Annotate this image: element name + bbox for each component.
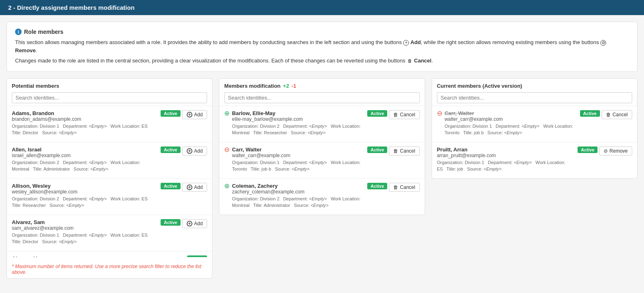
member-email: walter_carr@example.com	[445, 116, 577, 122]
remove-indicator-icon: ⊖	[224, 146, 229, 153]
current-members-list: ⊖ Carr, Walter walter_carr@example.com O…	[432, 106, 637, 178]
status-badge: Active	[578, 146, 598, 153]
add-button[interactable]: + Add	[182, 219, 207, 228]
member-actions: Active + Add	[161, 183, 207, 192]
member-actions: Active 🗑 Cancel	[580, 110, 632, 119]
potential-members-title: Potential members	[12, 83, 207, 89]
plus-icon: +	[187, 184, 192, 190]
plus-icon: +	[187, 221, 192, 226]
member-email: sam_alvarez@example.com	[12, 225, 157, 231]
status-badge: Active	[367, 183, 387, 189]
page-title: 2 - Directly assigned members modificati…	[8, 4, 135, 11]
members-modification-search[interactable]	[224, 92, 419, 103]
member-details: Organization: Division 1 Department: <Em…	[437, 159, 575, 173]
potential-members-panel: Potential members Adams, Brandon brandon…	[7, 78, 212, 279]
member-actions: Active 🗑 Cancel	[367, 183, 419, 192]
status-badge: Active	[367, 146, 387, 153]
member-actions: Active ⊘ Remove	[578, 146, 632, 155]
trash-icon: 🗑	[393, 184, 398, 190]
trash-icon: 🗑	[393, 148, 398, 154]
info-para-1: This section allows managing members ass…	[15, 38, 629, 54]
member-details: Organization: Division 2 Department: <Em…	[12, 159, 157, 173]
member-details: Organization: Division 2 Department: <Em…	[232, 123, 364, 136]
member-details: Organization: Division 1 Department: <Em…	[232, 159, 364, 173]
add-button[interactable]: + Add	[182, 110, 207, 119]
remove-indicator-icon: ⊖	[437, 110, 442, 117]
member-actions: Active + Add	[161, 146, 207, 155]
member-actions: Active + Add	[161, 219, 207, 228]
status-badge: Active	[367, 110, 387, 117]
remove-button[interactable]: ⊘ Remove	[599, 146, 632, 155]
add-button[interactable]: + Add	[182, 146, 207, 155]
cancel-button[interactable]: 🗑 Cancel	[389, 183, 419, 192]
error-text: * Maximum number of items returned. Use …	[7, 260, 212, 278]
list-item: ⊖ Carr, Walter walter_carr@example.com O…	[432, 106, 637, 142]
cancel-button[interactable]: 🗑 Cancel	[389, 110, 419, 119]
member-email: zachery_coleman@example.com	[232, 189, 364, 195]
add-button[interactable]: + Add	[182, 183, 207, 192]
list-item: ⊖ Carr, Walter walter_carr@example.com O…	[219, 142, 424, 179]
status-badge: Active	[187, 255, 207, 257]
page-header: 2 - Directly assigned members modificati…	[0, 0, 644, 15]
add-indicator-icon: ⊕	[224, 110, 229, 117]
plus-icon: +	[187, 112, 192, 118]
member-details: Organization: Division 1 Department: <Em…	[12, 232, 157, 245]
members-modification-title: Members modification +2 -1	[224, 83, 419, 89]
info-icon: i	[15, 29, 22, 35]
list-item: Allen, Israel israel_allen@example.com O…	[7, 142, 212, 179]
remove-inline-icon: ⊘	[600, 40, 606, 46]
member-email: wesley_allison@example.com	[12, 189, 157, 195]
members-modification-header: Members modification +2 -1	[219, 79, 424, 106]
member-name: Alvarez, Vernon	[12, 255, 52, 257]
info-box-title: i Role members	[15, 29, 629, 35]
members-modification-list: ⊕ Barlow, Ellie-May ellie-may_barlow@exa…	[219, 106, 424, 215]
add-inline-icon: +	[403, 40, 409, 46]
status-badge: Active	[161, 146, 181, 153]
list-item: Alvarez, Sam sam_alvarez@example.com Org…	[7, 215, 212, 251]
member-name: Carr, Walter	[232, 146, 364, 153]
member-name: Pruitt, Arran	[437, 146, 575, 153]
list-item: Adams, Brandon brandon_adams@example.com…	[7, 106, 212, 142]
member-details: Organization: Division 2 Department: <Em…	[12, 195, 157, 209]
members-modification-panel: Members modification +2 -1 ⊕ Barlow, Ell…	[219, 78, 425, 215]
member-actions: Active	[187, 255, 207, 257]
current-members-search[interactable]	[437, 92, 632, 103]
trash-icon: 🗑	[606, 112, 611, 118]
status-badge: Active	[161, 219, 181, 226]
add-indicator-icon: ⊕	[224, 183, 229, 189]
potential-members-header: Potential members	[7, 79, 212, 106]
member-name: Coleman, Zachery	[232, 183, 364, 189]
status-badge: Active	[580, 110, 600, 117]
member-details: Organization: Division 1 Department: <Em…	[445, 123, 577, 136]
member-name: Allen, Israel	[12, 146, 157, 153]
cancel-inline-icon: 🗑	[407, 58, 412, 64]
member-actions: Active 🗑 Cancel	[367, 146, 419, 155]
current-members-header: Current members (Active version)	[432, 79, 637, 106]
member-name: Barlow, Ellie-May	[232, 110, 364, 116]
member-email: ellie-may_barlow@example.com	[232, 116, 364, 122]
member-email: arran_pruitt@example.com	[437, 153, 575, 158]
member-actions: Active + Add	[161, 110, 207, 119]
current-members-panel: Current members (Active version) ⊖ Carr,…	[432, 78, 637, 179]
member-email: brandon_adams@example.com	[12, 116, 157, 122]
potential-members-list: Adams, Brandon brandon_adams@example.com…	[7, 106, 212, 257]
member-name: Allison, Wesley	[12, 183, 157, 189]
info-para-2: Changes made to the role are listed in t…	[15, 57, 629, 65]
member-email: walter_carr@example.com	[232, 153, 364, 158]
potential-members-search[interactable]	[12, 92, 207, 103]
member-name: Alvarez, Sam	[12, 219, 157, 225]
member-details: Organization: Division 2 Department: <Em…	[232, 195, 364, 209]
cancel-button[interactable]: 🗑 Cancel	[602, 110, 632, 119]
member-email: israel_allen@example.com	[12, 153, 157, 158]
list-item: ⊕ Coleman, Zachery zachery_coleman@examp…	[219, 179, 424, 215]
member-actions: Active 🗑 Cancel	[367, 110, 419, 119]
trash-icon: 🗑	[393, 112, 398, 118]
member-name: Adams, Brandon	[12, 110, 157, 116]
ban-icon: ⊘	[604, 148, 608, 154]
three-col-layout: Potential members Adams, Brandon brandon…	[7, 78, 637, 279]
info-box: i Role members This section allows manag…	[7, 22, 637, 72]
cancel-button[interactable]: 🗑 Cancel	[389, 146, 419, 155]
member-name: Carr, Walter	[445, 110, 577, 116]
list-item: ⊕ Barlow, Ellie-May ellie-may_barlow@exa…	[219, 106, 424, 142]
list-item: Allison, Wesley wesley_allison@example.c…	[7, 179, 212, 215]
